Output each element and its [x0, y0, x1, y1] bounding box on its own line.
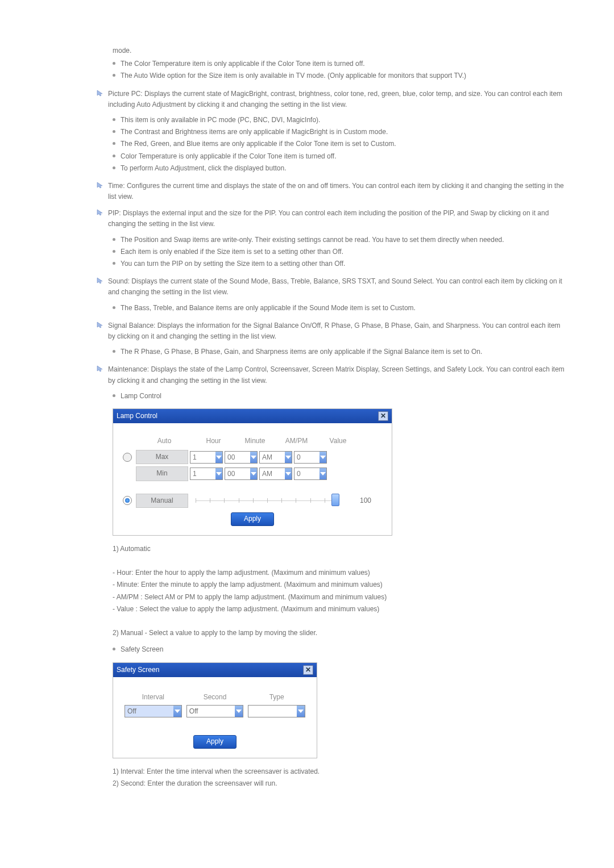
lamp-control-panel: Lamp Control ✕ Auto Hour Minute AM/PM Va… [113, 408, 392, 536]
section-lead: Signal Balance: Displays the information… [108, 322, 561, 340]
panel-title: Safety Screen [117, 665, 159, 675]
col-second: Second [184, 692, 246, 703]
chevron-down-icon[interactable] [215, 452, 222, 463]
chevron-down-icon[interactable] [285, 468, 292, 479]
col-minute: Minute [234, 436, 276, 446]
intro-bullet: The Color Temperature item is only appli… [121, 60, 365, 68]
pointer-icon [97, 209, 103, 216]
list-item: The Bass, Treble, and Balance items are … [121, 304, 416, 312]
apply-button[interactable]: Apply [193, 735, 237, 749]
list-item: To perform Auto Adjustment, click the di… [121, 164, 287, 172]
min-value-select[interactable] [294, 468, 327, 480]
pointer-icon [97, 90, 103, 97]
section-lead: PIP: Displays the external input and the… [108, 209, 549, 228]
min-hour-select[interactable] [190, 468, 223, 480]
note-line: - Minute: Enter the minute to apply the … [113, 579, 566, 590]
list-item: The Contrast and Brightness items are on… [121, 128, 388, 136]
note-line: - Hour: Enter the hour to apply the lamp… [113, 567, 566, 578]
manual-radio[interactable] [123, 496, 132, 505]
min-ampm-select[interactable] [259, 468, 292, 480]
list-item: Color Temperature is only applicable if … [121, 152, 337, 160]
col-value: Value [317, 436, 359, 446]
list-item: You can turn the PIP on by setting the S… [121, 260, 345, 268]
note-line: 1) Interval: Enter the time interval whe… [113, 766, 566, 777]
col-type: Type [246, 692, 308, 703]
panel-title: Lamp Control [117, 411, 157, 422]
list-item: This item is only available in PC mode (… [121, 116, 320, 124]
safety-section-label: Safety Screen [121, 645, 163, 653]
chevron-down-icon[interactable] [297, 706, 305, 717]
section-lead: Picture PC: Displays the current state o… [108, 90, 562, 108]
chevron-down-icon[interactable] [320, 468, 326, 479]
pointer-icon [97, 182, 103, 189]
section-lead: Maintenance: Displays the state of the L… [108, 365, 565, 384]
note-heading: 2) Manual - Select a value to apply to t… [113, 628, 566, 639]
chevron-down-icon[interactable] [235, 706, 243, 717]
apply-button[interactable]: Apply [231, 512, 274, 526]
list-item: The Position and Swap items are write-on… [121, 236, 504, 244]
interval-select[interactable] [125, 705, 182, 717]
list-item: Each item is only enabled if the Size it… [121, 248, 343, 256]
row-label-manual: Manual [136, 494, 188, 508]
chevron-down-icon[interactable] [250, 452, 257, 463]
col-interval: Interval [122, 692, 184, 703]
note-line: - Value : Select the value to apply the … [113, 604, 566, 615]
intro-bullet-list: The Color Temperature item is only appli… [113, 59, 566, 82]
section-lead: Sound: Displays the current state of the… [108, 277, 562, 296]
row-label-min: Min [136, 466, 188, 481]
min-minute-select[interactable] [225, 468, 258, 480]
list-item: The Red, Green, and Blue items are only … [121, 140, 396, 148]
note-line: - AM/PM : Select AM or PM to apply the l… [113, 592, 566, 603]
col-hour: Hour [193, 436, 234, 446]
chevron-down-icon[interactable] [285, 452, 292, 463]
pointer-icon [97, 277, 103, 284]
max-ampm-select[interactable] [259, 451, 292, 464]
auto-radio[interactable] [123, 453, 132, 462]
pointer-icon [97, 365, 103, 372]
type-select[interactable] [248, 705, 305, 717]
manual-slider[interactable] [196, 494, 339, 507]
note-line: 2) Second: Enter the duration the screen… [113, 778, 566, 789]
slider-thumb[interactable] [331, 494, 339, 506]
pointer-icon [97, 322, 103, 328]
manual-value: 100 [345, 495, 386, 506]
col-auto: Auto [136, 436, 193, 446]
safety-screen-panel: Safety Screen ✕ Interval Second Type App… [113, 662, 317, 759]
chevron-down-icon[interactable] [320, 452, 326, 463]
lamp-section-label: Lamp Control [121, 392, 161, 400]
max-value-select[interactable] [294, 451, 327, 464]
second-select[interactable] [186, 705, 244, 717]
intro-bullet: The Auto Wide option for the Size item i… [121, 72, 466, 80]
intro-tail: mode. [113, 45, 566, 56]
note-heading: 1) Automatic [113, 544, 566, 554]
close-icon[interactable]: ✕ [303, 665, 313, 675]
col-ampm: AM/PM [276, 436, 317, 446]
max-minute-select[interactable] [225, 451, 258, 464]
close-icon[interactable]: ✕ [378, 411, 388, 421]
chevron-down-icon[interactable] [215, 468, 222, 479]
chevron-down-icon[interactable] [250, 468, 257, 479]
chevron-down-icon[interactable] [173, 706, 181, 717]
row-label-max: Max [136, 450, 188, 464]
max-hour-select[interactable] [190, 451, 223, 464]
section-lead: Time: Configures the current time and di… [108, 182, 564, 201]
list-item: The R Phase, G Phase, B Phase, Gain, and… [121, 348, 482, 356]
